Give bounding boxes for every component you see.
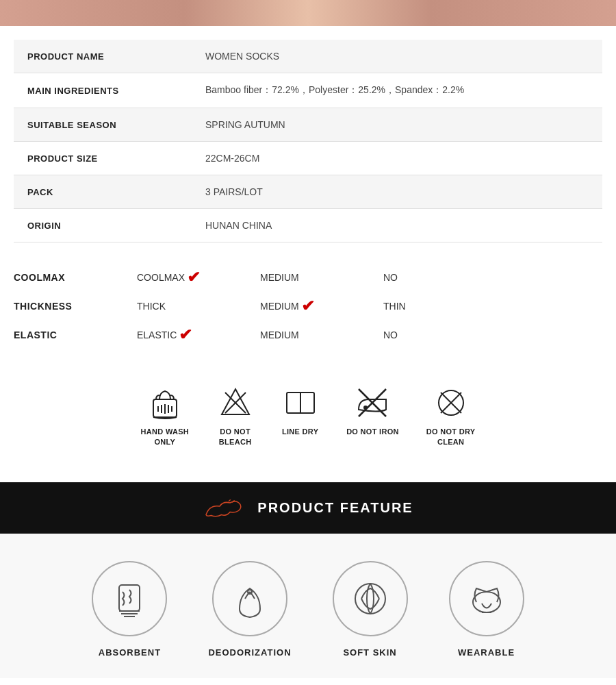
feature-item-soft-skin: SOFT SKIN: [333, 561, 408, 658]
spec-value: 22CM-26CM: [192, 142, 602, 175]
spec-label: PRODUCT SIZE: [14, 142, 192, 175]
spec-row: PRODUCT NAME WOMEN SOCKS: [14, 40, 602, 73]
hand-wash-label: HAND WASHONLY: [141, 427, 190, 448]
spec-label: PRODUCT NAME: [14, 40, 192, 73]
checkmark-icon: ✔: [179, 326, 192, 344]
specs-table: PRODUCT NAME WOMEN SOCKS MAIN INGREDIENT…: [14, 40, 602, 242]
soft-skin-label: SOFT SKIN: [343, 647, 396, 658]
do-not-bleach-icon: [216, 384, 254, 421]
absorbent-label: ABSORBENT: [99, 647, 161, 658]
spec-label: PACK: [14, 175, 192, 209]
feature-item-deodorization: DEODORIZATION: [208, 561, 291, 658]
hero-image: [0, 0, 616, 26]
comp-col1: ELASTIC✔: [137, 326, 260, 344]
spec-value: HUNAN CHINA: [192, 209, 602, 242]
do-not-iron-icon: [354, 384, 392, 421]
spec-value: 3 PAIRS/LOT: [192, 175, 602, 209]
spec-row: PACK 3 PAIRS/LOT: [14, 175, 602, 209]
feature-item-absorbent: ABSORBENT: [92, 561, 167, 658]
comp-col1: COOLMAX✔: [137, 269, 260, 286]
do-not-dry-clean-label: DO NOT DRYCLEAN: [426, 427, 476, 448]
feature-banner-title: PRODUCT FEATURE: [257, 500, 413, 516]
features-section: ABSORBENT DEODORIZATION SOFT SKIN WEARAB…: [0, 534, 616, 678]
svg-point-23: [473, 592, 500, 612]
svg-rect-17: [119, 585, 140, 611]
comp-col1: THICK: [137, 301, 260, 312]
feature-banner: PRODUCT FEATURE: [0, 482, 616, 534]
deodorization-label: DEODORIZATION: [208, 647, 291, 658]
line-dry-icon: [281, 384, 319, 421]
absorbent-circle: [92, 561, 167, 636]
feature-item-wearable: WEARABLE: [449, 561, 524, 658]
spec-row: SUITABLE SEASON SPRING AUTUMN: [14, 108, 602, 142]
care-item-hand-wash: HAND WASHONLY: [141, 384, 190, 448]
care-item-line-dry: LINE DRY: [281, 384, 319, 448]
soft-skin-circle: [333, 561, 408, 636]
spec-value: Bamboo fiber：72.2%，Polyester：25.2%，Spand…: [192, 73, 602, 108]
checkmark-icon: ✔: [187, 269, 201, 286]
comp-col2: MEDIUM: [260, 329, 383, 340]
comparison-row: ELASTIC ELASTIC✔ MEDIUM NO: [14, 321, 602, 349]
spec-row: PRODUCT SIZE 22CM-26CM: [14, 142, 602, 175]
spec-value: SPRING AUTUMN: [192, 108, 602, 142]
deodorization-circle: [212, 561, 287, 636]
spec-label: ORIGIN: [14, 209, 192, 242]
checkmark-icon: ✔: [301, 297, 315, 315]
care-item-do-not-bleach: DO NOTBLEACH: [216, 384, 254, 448]
do-not-bleach-label: DO NOTBLEACH: [219, 427, 252, 448]
care-item-do-not-dry-clean: DO NOT DRYCLEAN: [426, 384, 476, 448]
do-not-dry-clean-icon: [432, 384, 470, 421]
comp-label: ELASTIC: [14, 329, 137, 340]
do-not-iron-label: DO NOT IRON: [346, 427, 399, 437]
spec-value: WOMEN SOCKS: [192, 40, 602, 73]
comp-col3: NO: [383, 329, 506, 340]
care-section: HAND WASHONLY DO NOTBLEACH LINE DRY DO N…: [14, 370, 602, 462]
comp-col2: MEDIUM✔: [260, 297, 383, 315]
spec-label: MAIN INGREDIENTS: [14, 73, 192, 108]
comp-col3: NO: [383, 272, 506, 283]
comp-col3: THIN: [383, 301, 506, 312]
comp-label: THICKNESS: [14, 301, 137, 312]
comp-col2: MEDIUM: [260, 272, 383, 283]
spec-label: SUITABLE SEASON: [14, 108, 192, 142]
comparison-row: THICKNESS THICK MEDIUM✔ THIN: [14, 292, 602, 321]
comparison-section: COOLMAX COOLMAX✔ MEDIUM NO THICKNESS THI…: [14, 263, 602, 349]
spec-row: ORIGIN HUNAN CHINA: [14, 209, 602, 242]
care-item-do-not-iron: DO NOT IRON: [346, 384, 399, 448]
line-dry-label: LINE DRY: [282, 427, 318, 437]
comp-label: COOLMAX: [14, 272, 137, 283]
comparison-row: COOLMAX COOLMAX✔ MEDIUM NO: [14, 263, 602, 292]
hand-wash-icon: [146, 384, 183, 421]
spec-row: MAIN INGREDIENTS Bamboo fiber：72.2%，Poly…: [14, 73, 602, 108]
cat-icon: [203, 496, 244, 520]
wearable-label: WEARABLE: [458, 647, 515, 658]
wearable-circle: [449, 561, 524, 636]
